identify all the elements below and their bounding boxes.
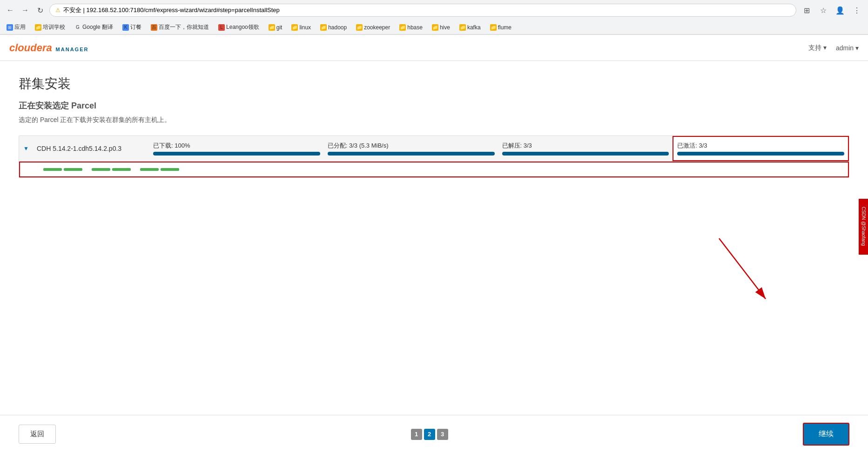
folder-icon-2: K	[122, 24, 129, 31]
bookmark-hive[interactable]: 📁 hive	[430, 23, 452, 32]
distributed-progress-bar	[328, 152, 495, 156]
lock-icon: ⚠	[55, 7, 61, 14]
cm-logo: cloudera MANAGER	[9, 42, 88, 54]
arrow-area	[19, 178, 849, 318]
green-bar-group-1	[43, 168, 82, 171]
bookmarks-bar: ⊞ 应用 📁 培训学校 G Google 翻译 K 订餐 百 百度一下，你就知道…	[0, 20, 868, 34]
bookmark-linux[interactable]: 📁 linux	[289, 23, 313, 32]
green-bar-group-2	[92, 168, 131, 171]
activated-progress-fill	[677, 152, 844, 156]
bookmark-school[interactable]: 📁 培训学校	[33, 22, 67, 32]
apps-icon: ⊞	[7, 24, 13, 31]
bookmark-linux-label: linux	[299, 24, 311, 31]
bookmark-apps-label: 应用	[14, 23, 26, 31]
parcel-downloaded: 已下载: 100%	[149, 137, 324, 160]
support-link[interactable]: 支持 ▾	[808, 44, 827, 52]
expand-icon[interactable]: ▼	[19, 145, 33, 152]
svg-line-1	[719, 238, 766, 299]
folder-hadoop-icon: 📁	[320, 24, 327, 31]
bookmark-zookeeper-label: zookeeper	[364, 24, 390, 31]
cm-header-right: 支持 ▾ admin ▾	[808, 44, 859, 52]
distributed-progress-fill	[328, 152, 495, 156]
folder-hbase-icon: 📁	[399, 24, 406, 31]
bookmark-git-label: git	[276, 24, 283, 31]
unpacked-progress-bar	[502, 152, 669, 156]
bookmark-button[interactable]: ☆	[817, 4, 830, 17]
main-content: 群集安装 正在安装选定 Parcel 选定的 Parcel 正在下载并安装在群集…	[0, 61, 868, 331]
cm-header: cloudera MANAGER 支持 ▾ admin ▾	[0, 35, 868, 61]
folder-zk-icon: 📁	[356, 24, 363, 31]
downloaded-label: 已下载: 100%	[153, 142, 320, 150]
bookmark-baidu[interactable]: 百 百度一下，你就知道	[149, 22, 211, 32]
refresh-button[interactable]: ↻	[34, 5, 46, 16]
folder-git-icon: 📁	[269, 24, 275, 31]
browser-chrome: ← → ↻ ⚠ 不安全 | 192.168.52.100:7180/cmf/ex…	[0, 0, 868, 35]
back-button[interactable]: ←	[5, 5, 16, 16]
menu-button[interactable]: ⋮	[850, 4, 863, 17]
address-bar[interactable]: ⚠ 不安全 | 192.168.52.100:7180/cmf/express-…	[49, 4, 796, 17]
bookmark-hbase[interactable]: 📁 hbase	[397, 23, 424, 32]
admin-link[interactable]: admin ▾	[836, 44, 859, 52]
activated-progress-bar	[677, 152, 844, 156]
green-bar-3	[92, 168, 110, 171]
green-bar-4	[112, 168, 131, 171]
folder-kafka-icon: 📁	[459, 24, 466, 31]
browser-toolbar: ← → ↻ ⚠ 不安全 | 192.168.52.100:7180/cmf/ex…	[0, 0, 868, 20]
leangoo-icon: L	[218, 24, 225, 31]
bookmark-order-label: 订餐	[130, 23, 141, 31]
arrow-annotation	[705, 224, 780, 318]
folder-hive-icon: 📁	[432, 24, 438, 31]
bookmark-apps[interactable]: ⊞ 应用	[5, 22, 27, 32]
logo-text: cloudera MANAGER	[9, 42, 88, 54]
browser-actions: ⊞ ☆ 👤 ⋮	[800, 4, 863, 17]
profile-button[interactable]: 👤	[834, 4, 847, 17]
bookmark-school-label: 培训学校	[43, 23, 65, 31]
folder-flume-icon: 📁	[490, 24, 497, 31]
bookmark-order[interactable]: K 订餐	[121, 22, 143, 32]
green-bar-group-3	[140, 168, 179, 171]
baidu-icon: 百	[151, 24, 157, 31]
parcel-name: CDH 5.14.2-1.cdh5.14.2.p0.3	[33, 140, 149, 157]
distributed-label: 已分配: 3/3 (5.3 MiB/s)	[328, 142, 495, 150]
bookmark-zookeeper[interactable]: 📁 zookeeper	[354, 23, 392, 32]
bookmark-hadoop-label: hadoop	[328, 24, 347, 31]
unpacked-label: 已解压: 3/3	[502, 142, 669, 150]
downloaded-progress-fill	[153, 152, 320, 156]
page-description: 选定的 Parcel 正在下载并安装在群集的所有主机上。	[19, 116, 849, 124]
unpacked-progress-fill	[502, 152, 669, 156]
manager-logo-text: MANAGER	[56, 47, 89, 52]
folder-linux-icon: 📁	[291, 24, 298, 31]
csdn-text: CSDN @Shaofang	[861, 207, 866, 246]
bookmark-hbase-label: hbase	[407, 24, 423, 31]
bookmark-hadoop[interactable]: 📁 hadoop	[318, 23, 349, 32]
bookmark-flume-label: flume	[498, 24, 511, 31]
parcel-sub-row	[19, 162, 849, 177]
bookmark-flume[interactable]: 📁 flume	[488, 23, 513, 32]
bookmark-google-label: Google 翻译	[82, 23, 113, 31]
bookmark-git[interactable]: 📁 git	[267, 23, 284, 32]
folder-icon: 📁	[35, 24, 41, 31]
bookmark-kafka-label: kafka	[467, 24, 481, 31]
bookmark-kafka[interactable]: 📁 kafka	[458, 23, 483, 32]
bookmark-baidu-label: 百度一下，你就知道	[159, 23, 209, 31]
green-bar-2	[64, 168, 82, 171]
green-bar-6	[161, 168, 179, 171]
parcel-activated: 已激活: 3/3	[673, 136, 849, 161]
bookmark-leangoo-label: Leangoo领歌	[226, 23, 259, 31]
page-subtitle: 正在安装选定 Parcel	[19, 100, 849, 111]
parcel-unpacked: 已解压: 3/3	[498, 137, 673, 160]
parcel-install-table: ▼ CDH 5.14.2-1.cdh5.14.2.p0.3 已下载: 100% …	[19, 135, 849, 178]
parcel-table-row: ▼ CDH 5.14.2-1.cdh5.14.2.p0.3 已下载: 100% …	[19, 136, 849, 162]
csdn-watermark: CSDN @Shaofang	[859, 199, 868, 255]
google-icon: G	[74, 24, 81, 31]
translate-button[interactable]: ⊞	[800, 4, 813, 17]
forward-button[interactable]: →	[20, 5, 31, 16]
bookmark-google[interactable]: G Google 翻译	[73, 22, 115, 32]
green-bar-5	[140, 168, 159, 171]
downloaded-progress-bar	[153, 152, 320, 156]
bookmark-hive-label: hive	[440, 24, 450, 31]
parcel-distributed: 已分配: 3/3 (5.3 MiB/s)	[324, 137, 498, 160]
bookmark-leangoo[interactable]: L Leangoo领歌	[216, 22, 261, 32]
page-title: 群集安装	[19, 75, 849, 93]
green-bar-1	[43, 168, 62, 171]
